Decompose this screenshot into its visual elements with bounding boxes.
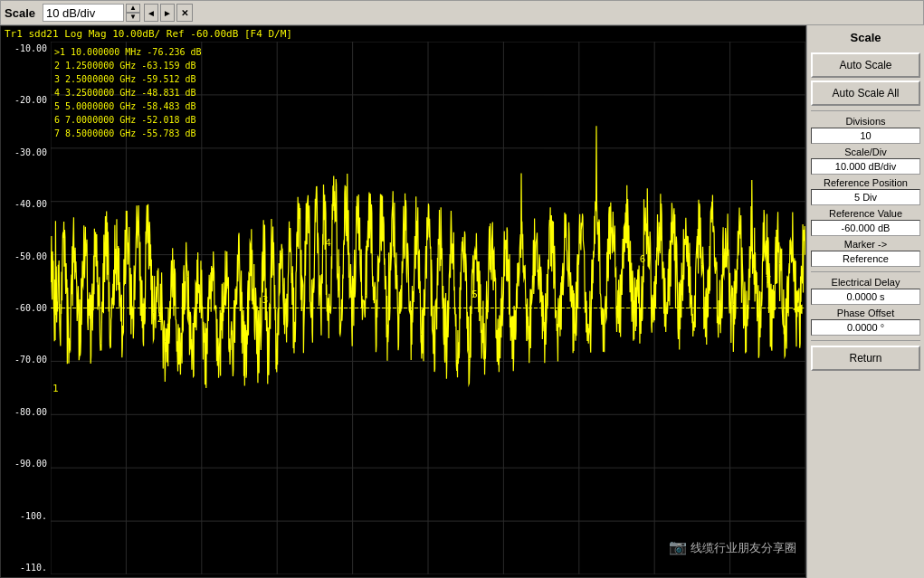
right-panel: Scale Auto Scale Auto Scale All Division… (806, 25, 924, 578)
scale-label: Scale (5, 6, 35, 20)
y-axis-label: -40.00 (1, 199, 47, 209)
phase-offset-field: Phase Offset 0.0000 ° (811, 308, 920, 336)
divisions-field: Divisions 10 (811, 116, 920, 144)
scale-div-field: Scale/Div 10.000 dB/div (811, 147, 920, 175)
marker-ref-value[interactable]: Reference (811, 251, 920, 267)
scale-up-btn[interactable]: ▲ (126, 4, 140, 13)
auto-scale-all-button[interactable]: Auto Scale All (811, 81, 920, 106)
scale-input[interactable] (43, 4, 124, 22)
y-axis-label: -80.00 (1, 407, 47, 417)
marker-ref-label: Marker -> (844, 239, 887, 250)
panel-title: Scale (811, 29, 920, 46)
nav-arrows: ◄ ► (144, 4, 175, 22)
chart-area: Tr1 sdd21 Log Mag 10.00dB/ Ref -60.00dB … (0, 25, 806, 578)
close-btn[interactable]: ✕ (176, 4, 193, 22)
scale-spinners: ▲ ▼ (126, 4, 140, 22)
elec-delay-field: Electrical Delay 0.0000 s (811, 277, 920, 305)
scale-div-label: Scale/Div (844, 147, 886, 157)
phase-offset-label: Phase Offset (837, 308, 894, 318)
marker-ref-field: Marker -> Reference (811, 239, 920, 267)
scale-down-btn[interactable]: ▼ (126, 13, 140, 22)
chart-header: Tr1 sdd21 Log Mag 10.00dB/ Ref -60.00dB … (1, 26, 805, 42)
ref-value-value[interactable]: -60.000 dB (811, 220, 920, 236)
elec-delay-label: Electrical Delay (832, 277, 900, 288)
ref-value-field: Reference Value -60.000 dB (811, 208, 920, 236)
ref-value-label: Reference Value (829, 208, 902, 219)
scale-div-value[interactable]: 10.000 dB/div (811, 158, 920, 175)
ref-position-value[interactable]: 5 Div (811, 189, 920, 205)
y-axis-label: -10.00 (1, 43, 47, 53)
auto-scale-button[interactable]: Auto Scale (811, 52, 920, 78)
y-axis-label: -100. (1, 511, 47, 521)
separator-1 (811, 110, 920, 111)
y-axis-label: -70.00 (1, 355, 47, 365)
ref-arrow: ◄ (789, 298, 805, 317)
chart-body: -10.00-20.00-30.00-40.00-50.00-60.00-70.… (1, 42, 805, 574)
divisions-value[interactable]: 10 (811, 128, 920, 144)
y-axis-label: -60.00 (1, 303, 47, 313)
separator-3 (811, 340, 920, 341)
canvas-container: >1 10.000000 MHz -76.236 dB 2 1.2500000 … (51, 42, 805, 574)
top-bar: Scale ▲ ▼ ◄ ► ✕ (0, 0, 924, 25)
y-axis: -10.00-20.00-30.00-40.00-50.00-60.00-70.… (1, 42, 51, 574)
chart-canvas (51, 42, 805, 574)
y-axis-label: -30.00 (1, 147, 47, 157)
ref-position-field: Reference Position 5 Div (811, 177, 920, 205)
phase-offset-value[interactable]: 0.0000 ° (811, 319, 920, 336)
y-axis-label: -20.00 (1, 95, 47, 105)
main-content: Tr1 sdd21 Log Mag 10.00dB/ Ref -60.00dB … (0, 25, 924, 578)
tr1-label: Tr1 sdd21 Log Mag 10.00dB/ Ref -60.00dB … (5, 28, 292, 40)
nav-left-btn[interactable]: ◄ (144, 4, 158, 22)
nav-right-btn[interactable]: ► (160, 4, 175, 22)
y-axis-label: -110. (1, 563, 47, 573)
elec-delay-value[interactable]: 0.0000 s (811, 289, 920, 305)
ref-position-label: Reference Position (824, 177, 908, 188)
y-axis-label: -90.00 (1, 459, 47, 469)
separator-2 (811, 271, 920, 272)
y-axis-label: -50.00 (1, 251, 47, 261)
divisions-label: Divisions (845, 116, 885, 127)
return-button[interactable]: Return (811, 346, 920, 371)
